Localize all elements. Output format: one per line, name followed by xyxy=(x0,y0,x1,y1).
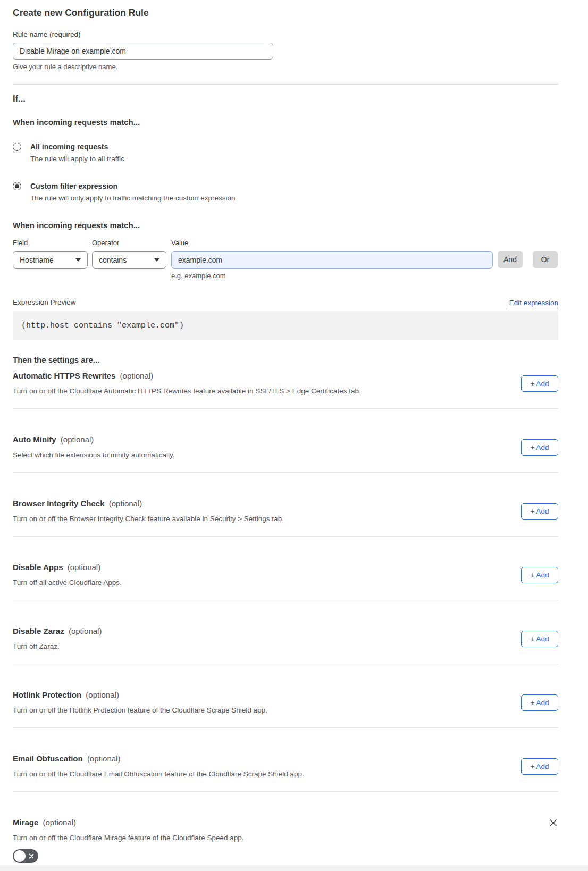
add-button[interactable]: + Add xyxy=(521,758,558,775)
setting-description: Turn on or off the Cloudflare Automatic … xyxy=(13,387,558,396)
setting-title: Browser Integrity Check (optional) xyxy=(13,499,558,508)
add-button[interactable]: + Add xyxy=(521,631,558,647)
setting-description: Turn on or off the Cloudflare Mirage fea… xyxy=(13,834,558,842)
optional-label: (optional) xyxy=(120,371,154,380)
setting-title: Disable Zaraz (optional) xyxy=(13,626,558,636)
setting-email-obfuscation: Email Obfuscation (optional) Turn on or … xyxy=(13,728,558,792)
rule-name-input[interactable] xyxy=(13,43,273,60)
setting-title: Disable Apps (optional) xyxy=(13,563,558,572)
setting-description: Turn off Zaraz. xyxy=(13,642,558,651)
setting-browser-integrity-check: Browser Integrity Check (optional) Turn … xyxy=(13,473,558,537)
add-button[interactable]: + Add xyxy=(521,503,558,520)
setting-title: Mirage (optional) xyxy=(13,818,558,827)
toggle-off-x-icon xyxy=(29,853,34,859)
value-helper: e.g. example.com xyxy=(171,272,493,280)
setting-title-text: Email Obfuscation xyxy=(13,754,83,763)
page-title: Create new Configuration Rule xyxy=(13,8,558,18)
expression-builder-row: Field Hostname Operator contains Value e… xyxy=(13,239,558,280)
expression-preview-label: Expression Preview xyxy=(13,298,76,307)
field-select-value: Hostname xyxy=(20,256,54,264)
remove-setting-button[interactable] xyxy=(549,819,557,827)
setting-description: Turn on or off the Cloudflare Email Obfu… xyxy=(13,770,558,778)
operator-select[interactable]: contains xyxy=(92,251,166,269)
setting-title-text: Automatic HTTPS Rewrites xyxy=(13,371,115,380)
optional-label: (optional) xyxy=(43,818,77,827)
value-label: Value xyxy=(171,239,493,247)
optional-label: (optional) xyxy=(86,690,119,699)
radio-label: Custom filter expression xyxy=(30,182,235,190)
then-settings-heading: Then the settings are... xyxy=(13,355,558,364)
optional-label: (optional) xyxy=(109,499,142,508)
setting-title-text: Browser Integrity Check xyxy=(13,499,105,508)
page-bottom-strip xyxy=(0,865,588,871)
or-button[interactable]: Or xyxy=(533,251,558,268)
setting-description: Turn on or off the Hotlink Protection fe… xyxy=(13,706,558,715)
mirage-toggle[interactable] xyxy=(13,849,38,863)
chevron-down-icon xyxy=(154,258,159,262)
match-heading: When incoming requests match... xyxy=(13,118,558,127)
field-select[interactable]: Hostname xyxy=(13,251,88,269)
setting-title: Automatic HTTPS Rewrites (optional) xyxy=(13,371,558,381)
setting-title-text: Hotlink Protection xyxy=(13,690,81,699)
optional-label: (optional) xyxy=(87,754,121,763)
radio-option-custom-filter-expression[interactable]: Custom filter expression The rule will o… xyxy=(13,182,558,202)
divider xyxy=(13,84,558,85)
radio-label: All incoming requests xyxy=(30,143,124,151)
create-configuration-rule-form: Create new Configuration Rule Rule name … xyxy=(0,0,588,863)
and-button[interactable]: And xyxy=(498,251,523,268)
setting-hotlink-protection: Hotlink Protection (optional) Turn on or… xyxy=(13,664,558,728)
setting-title: Auto Minify (optional) xyxy=(13,435,558,445)
setting-disable-apps: Disable Apps (optional) Turn off all act… xyxy=(13,537,558,600)
chevron-down-icon xyxy=(75,258,81,262)
setting-auto-minify: Auto Minify (optional) Select which file… xyxy=(13,409,558,473)
expression-builder-heading: When incoming requests match... xyxy=(13,221,558,230)
setting-disable-zaraz: Disable Zaraz (optional) Turn off Zaraz.… xyxy=(13,600,558,664)
setting-title-text: Disable Zaraz xyxy=(13,626,64,635)
setting-description: Turn on or off the Browser Integrity Che… xyxy=(13,515,558,523)
if-heading: If... xyxy=(13,94,558,103)
expression-preview-row: Expression Preview Edit expression xyxy=(13,298,558,307)
setting-title: Email Obfuscation (optional) xyxy=(13,754,558,764)
rule-name-helper: Give your rule a descriptive name. xyxy=(13,63,558,71)
setting-title-text: Auto Minify xyxy=(13,435,56,444)
rule-name-label: Rule name (required) xyxy=(13,31,558,38)
settings-list: Automatic HTTPS Rewrites (optional) Turn… xyxy=(13,364,558,863)
optional-label: (optional) xyxy=(61,435,94,444)
radio-option-all-incoming-requests[interactable]: All incoming requests The rule will appl… xyxy=(13,143,558,163)
edit-expression-link[interactable]: Edit expression xyxy=(509,299,558,307)
close-icon xyxy=(549,819,557,827)
setting-title-text: Mirage xyxy=(13,818,38,827)
setting-title: Hotlink Protection (optional) xyxy=(13,690,558,700)
radio-icon[interactable] xyxy=(13,182,21,190)
request-match-radio-group: All incoming requests The rule will appl… xyxy=(13,143,558,202)
optional-label: (optional) xyxy=(69,626,102,635)
radio-description: The rule will apply to all traffic xyxy=(30,155,124,163)
setting-description: Turn off all active Cloudflare Apps. xyxy=(13,579,558,587)
add-button[interactable]: + Add xyxy=(521,439,558,456)
add-button[interactable]: + Add xyxy=(521,375,558,392)
radio-description: The rule will only apply to traffic matc… xyxy=(30,194,235,202)
expression-preview-code: (http.host contains "example.com") xyxy=(13,311,558,340)
setting-automatic-https-rewrites: Automatic HTTPS Rewrites (optional) Turn… xyxy=(13,364,558,409)
optional-label: (optional) xyxy=(68,563,101,572)
setting-title-text: Disable Apps xyxy=(13,563,63,572)
toggle-knob xyxy=(14,850,26,862)
operator-select-value: contains xyxy=(99,256,127,264)
radio-icon[interactable] xyxy=(13,143,21,151)
add-button[interactable]: + Add xyxy=(521,694,558,711)
setting-mirage: Mirage (optional) Turn on or off the Clo… xyxy=(13,792,558,863)
operator-label: Operator xyxy=(92,239,166,247)
value-input[interactable] xyxy=(171,251,493,269)
add-button[interactable]: + Add xyxy=(521,567,558,583)
setting-description: Select which file extensions to minify a… xyxy=(13,451,558,459)
field-label: Field xyxy=(13,239,88,247)
